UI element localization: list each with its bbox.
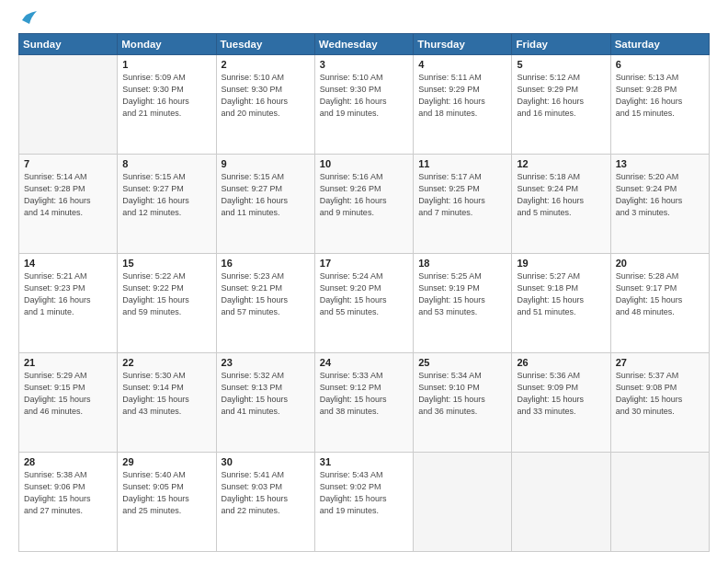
day-info: Sunrise: 5:41 AM Sunset: 9:03 PM Dayligh…	[222, 469, 310, 517]
day-number: 9	[222, 158, 310, 169]
calendar-header-thursday: Thursday	[414, 34, 512, 55]
day-number: 18	[418, 258, 506, 269]
calendar-cell: 20Sunrise: 5:28 AM Sunset: 9:17 PM Dayli…	[610, 254, 709, 353]
day-info: Sunrise: 5:12 AM Sunset: 9:29 PM Dayligh…	[517, 72, 605, 120]
day-number: 25	[418, 357, 506, 368]
calendar-cell: 7Sunrise: 5:14 AM Sunset: 9:28 PM Daylig…	[19, 155, 118, 254]
calendar-cell: 18Sunrise: 5:25 AM Sunset: 9:19 PM Dayli…	[414, 254, 512, 353]
page: SundayMondayTuesdayWednesdayThursdayFrid…	[0, 0, 728, 563]
day-info: Sunrise: 5:11 AM Sunset: 9:29 PM Dayligh…	[418, 72, 506, 120]
calendar-week-3: 14Sunrise: 5:21 AM Sunset: 9:23 PM Dayli…	[19, 254, 710, 353]
calendar-cell: 4Sunrise: 5:11 AM Sunset: 9:29 PM Daylig…	[414, 55, 512, 155]
day-info: Sunrise: 5:18 AM Sunset: 9:24 PM Dayligh…	[517, 171, 605, 219]
calendar-cell: 13Sunrise: 5:20 AM Sunset: 9:24 PM Dayli…	[610, 155, 709, 254]
day-info: Sunrise: 5:15 AM Sunset: 9:27 PM Dayligh…	[222, 171, 310, 219]
day-number: 12	[517, 158, 605, 169]
calendar-cell	[610, 453, 709, 552]
day-info: Sunrise: 5:25 AM Sunset: 9:19 PM Dayligh…	[418, 270, 506, 318]
header	[18, 15, 710, 24]
day-number: 26	[517, 357, 605, 368]
day-info: Sunrise: 5:38 AM Sunset: 9:06 PM Dayligh…	[24, 469, 112, 517]
calendar-cell: 27Sunrise: 5:37 AM Sunset: 9:08 PM Dayli…	[610, 353, 709, 453]
calendar-cell: 2Sunrise: 5:10 AM Sunset: 9:30 PM Daylig…	[216, 55, 314, 155]
day-info: Sunrise: 5:43 AM Sunset: 9:02 PM Dayligh…	[320, 469, 408, 517]
calendar-cell: 17Sunrise: 5:24 AM Sunset: 9:20 PM Dayli…	[314, 254, 413, 353]
calendar-cell: 16Sunrise: 5:23 AM Sunset: 9:21 PM Dayli…	[216, 254, 314, 353]
calendar-cell: 12Sunrise: 5:18 AM Sunset: 9:24 PM Dayli…	[512, 155, 610, 254]
day-info: Sunrise: 5:29 AM Sunset: 9:15 PM Dayligh…	[24, 370, 112, 418]
calendar-cell: 15Sunrise: 5:22 AM Sunset: 9:22 PM Dayli…	[118, 254, 216, 353]
day-info: Sunrise: 5:10 AM Sunset: 9:30 PM Dayligh…	[222, 72, 310, 120]
calendar-cell: 5Sunrise: 5:12 AM Sunset: 9:29 PM Daylig…	[512, 55, 610, 155]
day-info: Sunrise: 5:24 AM Sunset: 9:20 PM Dayligh…	[320, 270, 408, 318]
calendar-cell	[414, 453, 512, 552]
calendar-week-1: 1Sunrise: 5:09 AM Sunset: 9:30 PM Daylig…	[19, 55, 710, 155]
day-number: 20	[616, 258, 704, 269]
calendar-week-4: 21Sunrise: 5:29 AM Sunset: 9:15 PM Dayli…	[19, 353, 710, 453]
day-number: 1	[122, 59, 210, 70]
day-info: Sunrise: 5:27 AM Sunset: 9:18 PM Dayligh…	[517, 270, 605, 318]
day-info: Sunrise: 5:23 AM Sunset: 9:21 PM Dayligh…	[222, 270, 310, 318]
calendar-cell: 3Sunrise: 5:10 AM Sunset: 9:30 PM Daylig…	[314, 55, 413, 155]
day-info: Sunrise: 5:22 AM Sunset: 9:22 PM Dayligh…	[122, 270, 210, 318]
day-number: 3	[320, 59, 408, 70]
day-number: 15	[122, 258, 210, 269]
day-number: 19	[517, 258, 605, 269]
calendar-cell: 23Sunrise: 5:32 AM Sunset: 9:13 PM Dayli…	[216, 353, 314, 453]
calendar-table: SundayMondayTuesdayWednesdayThursdayFrid…	[18, 33, 710, 552]
calendar-cell: 25Sunrise: 5:34 AM Sunset: 9:10 PM Dayli…	[414, 353, 512, 453]
calendar-cell: 1Sunrise: 5:09 AM Sunset: 9:30 PM Daylig…	[118, 55, 216, 155]
day-info: Sunrise: 5:20 AM Sunset: 9:24 PM Dayligh…	[616, 171, 704, 219]
calendar-cell: 28Sunrise: 5:38 AM Sunset: 9:06 PM Dayli…	[19, 453, 118, 552]
day-info: Sunrise: 5:36 AM Sunset: 9:09 PM Dayligh…	[517, 370, 605, 418]
day-number: 22	[122, 357, 210, 368]
day-info: Sunrise: 5:17 AM Sunset: 9:25 PM Dayligh…	[418, 171, 506, 219]
day-info: Sunrise: 5:14 AM Sunset: 9:28 PM Dayligh…	[24, 171, 112, 219]
day-info: Sunrise: 5:40 AM Sunset: 9:05 PM Dayligh…	[122, 469, 210, 517]
calendar-cell: 26Sunrise: 5:36 AM Sunset: 9:09 PM Dayli…	[512, 353, 610, 453]
day-number: 17	[320, 258, 408, 269]
calendar-cell: 8Sunrise: 5:15 AM Sunset: 9:27 PM Daylig…	[118, 155, 216, 254]
calendar-week-2: 7Sunrise: 5:14 AM Sunset: 9:28 PM Daylig…	[19, 155, 710, 254]
calendar-cell: 29Sunrise: 5:40 AM Sunset: 9:05 PM Dayli…	[118, 453, 216, 552]
calendar-cell: 24Sunrise: 5:33 AM Sunset: 9:12 PM Dayli…	[314, 353, 413, 453]
calendar-header-tuesday: Tuesday	[216, 34, 314, 55]
day-info: Sunrise: 5:10 AM Sunset: 9:30 PM Dayligh…	[320, 72, 408, 120]
day-number: 23	[222, 357, 310, 368]
calendar-header-wednesday: Wednesday	[314, 34, 413, 55]
calendar-cell	[512, 453, 610, 552]
calendar-cell: 31Sunrise: 5:43 AM Sunset: 9:02 PM Dayli…	[314, 453, 413, 552]
day-number: 24	[320, 357, 408, 368]
day-number: 5	[517, 59, 605, 70]
day-number: 7	[24, 158, 112, 169]
calendar-cell: 21Sunrise: 5:29 AM Sunset: 9:15 PM Dayli…	[19, 353, 118, 453]
calendar-cell: 11Sunrise: 5:17 AM Sunset: 9:25 PM Dayli…	[414, 155, 512, 254]
calendar-cell: 9Sunrise: 5:15 AM Sunset: 9:27 PM Daylig…	[216, 155, 314, 254]
day-number: 2	[222, 59, 310, 70]
day-info: Sunrise: 5:21 AM Sunset: 9:23 PM Dayligh…	[24, 270, 112, 318]
day-number: 11	[418, 158, 506, 169]
calendar-header-saturday: Saturday	[610, 34, 709, 55]
day-info: Sunrise: 5:37 AM Sunset: 9:08 PM Dayligh…	[616, 370, 704, 418]
calendar-cell: 22Sunrise: 5:30 AM Sunset: 9:14 PM Dayli…	[118, 353, 216, 453]
calendar-cell: 10Sunrise: 5:16 AM Sunset: 9:26 PM Dayli…	[314, 155, 413, 254]
day-info: Sunrise: 5:13 AM Sunset: 9:28 PM Dayligh…	[616, 72, 704, 120]
calendar-week-5: 28Sunrise: 5:38 AM Sunset: 9:06 PM Dayli…	[19, 453, 710, 552]
day-number: 28	[24, 456, 112, 467]
calendar-cell: 19Sunrise: 5:27 AM Sunset: 9:18 PM Dayli…	[512, 254, 610, 353]
day-info: Sunrise: 5:15 AM Sunset: 9:27 PM Dayligh…	[122, 171, 210, 219]
calendar-header-friday: Friday	[512, 34, 610, 55]
day-number: 16	[222, 258, 310, 269]
day-info: Sunrise: 5:32 AM Sunset: 9:13 PM Dayligh…	[222, 370, 310, 418]
day-info: Sunrise: 5:16 AM Sunset: 9:26 PM Dayligh…	[320, 171, 408, 219]
calendar-header-monday: Monday	[118, 34, 216, 55]
day-number: 21	[24, 357, 112, 368]
day-info: Sunrise: 5:30 AM Sunset: 9:14 PM Dayligh…	[122, 370, 210, 418]
calendar-header-sunday: Sunday	[19, 34, 118, 55]
day-info: Sunrise: 5:09 AM Sunset: 9:30 PM Dayligh…	[122, 72, 210, 120]
calendar-cell: 14Sunrise: 5:21 AM Sunset: 9:23 PM Dayli…	[19, 254, 118, 353]
day-number: 6	[616, 59, 704, 70]
day-number: 13	[616, 158, 704, 169]
day-number: 29	[122, 456, 210, 467]
logo-bird-icon	[20, 11, 37, 24]
